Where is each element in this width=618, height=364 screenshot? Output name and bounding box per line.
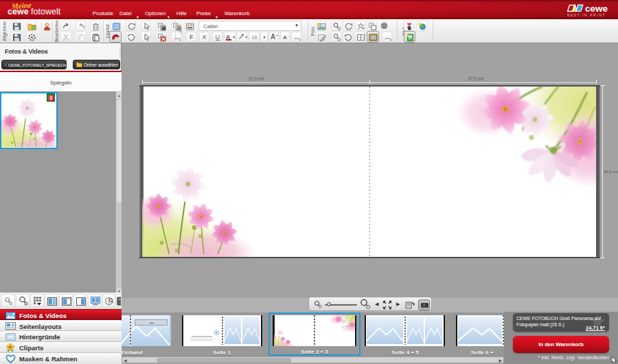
svg-text:BEST IN PRINT: BEST IN PRINT <box>567 13 606 17</box>
